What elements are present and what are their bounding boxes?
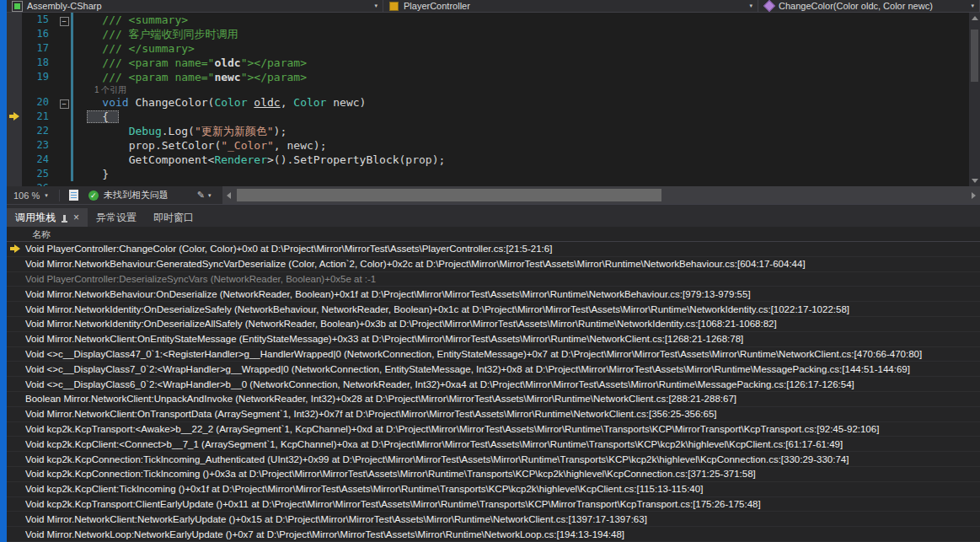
frame-text: Void Mirror.NetworkLoop:NetworkEarlyUpda… <box>25 529 980 539</box>
scroll-down-icon[interactable] <box>972 179 978 183</box>
callstack-column-header[interactable]: 名称 <box>7 227 980 242</box>
frame-text: Void kcp2k.KcpConnection:TickIncoming_Au… <box>25 454 980 464</box>
panel-tab-bar: 调用堆栈 × 异常设置 即时窗口 <box>7 205 980 227</box>
code-editor: 15− /// <summary>16 /// 客户端收到同步时调用17 ///… <box>7 13 980 186</box>
breakpoint-margin[interactable] <box>7 181 22 186</box>
document-health-icon[interactable] <box>69 190 78 201</box>
change-tracking-bar <box>71 27 73 41</box>
callstack-frame[interactable]: Void <>c__DisplayClass7_0`2:<WrapHandler… <box>7 362 980 377</box>
fold-margin <box>57 27 71 41</box>
callstack-frame[interactable]: Void kcp2k.KcpTransport:ClientEarlyUpdat… <box>7 497 980 512</box>
fold-collapse-icon[interactable]: − <box>60 17 69 26</box>
code-text[interactable]: Debug.Log("更新为新颜色"); <box>76 124 969 138</box>
member-dropdown[interactable]: ChangeColor(Color oldc, Color newc) ▾ <box>758 0 980 12</box>
callstack-frame[interactable]: Void Mirror.NetworkBehaviour:OnDeseriali… <box>7 287 980 302</box>
codelens-row: 1 个引用 <box>7 84 969 95</box>
close-icon[interactable]: × <box>73 212 79 223</box>
callstack-frame[interactable]: Void kcp2k.KcpTransport:<Awake>b__22_2 (… <box>7 422 980 437</box>
callstack-frame[interactable]: Void <>c__DisplayClass6_0`2:<WrapHandler… <box>7 377 980 392</box>
chevron-down-icon[interactable]: ▾ <box>369 3 378 9</box>
project-dropdown[interactable]: Assembly-CSharp ▾ <box>7 0 383 12</box>
code-text[interactable]: prop.SetColor("_Color", newc); <box>76 138 969 153</box>
fold-margin <box>57 70 71 84</box>
breakpoint-margin[interactable] <box>7 138 22 153</box>
scroll-up-icon[interactable] <box>972 16 978 20</box>
vertical-scroll-thumb[interactable] <box>971 30 978 82</box>
tab-immediate-window[interactable]: 即时窗口 <box>145 208 202 227</box>
callstack-frame[interactable]: Void Mirror.NetworkClient:OnTransportDat… <box>7 407 980 422</box>
editor-horizontal-scrollbar[interactable] <box>222 186 980 204</box>
callstack-frame[interactable]: Void Mirror.NetworkIdentity:OnDeserializ… <box>7 317 980 332</box>
code-token: SetPropertyBlock <box>293 153 399 166</box>
callstack-frame[interactable]: Void Mirror.NetworkBehaviour:GeneratedSy… <box>7 257 980 272</box>
document-health-indicator[interactable]: ✓ 未找到相关问题 <box>83 189 174 201</box>
breakpoint-margin[interactable] <box>7 167 22 181</box>
callstack-frame[interactable]: Void PlayerController:ChangeColor (Color… <box>7 242 980 257</box>
code-token: GetComponent <box>129 153 208 166</box>
code-text[interactable]: /// 客户端收到同步时调用 <box>76 27 969 41</box>
callstack-frame[interactable]: Void PlayerController:DeserializeSyncVar… <box>7 272 980 287</box>
callstack-frame[interactable]: Void <>c__DisplayClass47_0`1:<RegisterHa… <box>7 347 980 362</box>
code-text[interactable]: GetComponent<Renderer>().SetPropertyBloc… <box>76 153 969 167</box>
callstack-frame[interactable]: Void kcp2k.KcpConnection:TickIncoming_Au… <box>7 452 980 467</box>
scroll-right-icon[interactable] <box>972 192 976 199</box>
breakpoint-margin[interactable] <box>7 41 22 56</box>
chevron-down-icon[interactable]: ▾ <box>744 3 752 9</box>
breakpoint-margin[interactable] <box>7 95 22 110</box>
scroll-left-icon[interactable] <box>227 192 231 199</box>
callstack-frame[interactable]: Void kcp2k.KcpClient:TickIncoming ()+0x1… <box>7 482 980 497</box>
breakpoint-margin[interactable] <box>7 56 22 70</box>
breakpoint-margin[interactable] <box>7 110 22 124</box>
breakpoint-margin[interactable] <box>7 124 22 138</box>
line-number: 25 <box>22 167 57 181</box>
pin-icon[interactable] <box>63 215 66 221</box>
code-token: ) <box>360 96 367 109</box>
zoom-select[interactable]: 106 % ▾ <box>7 191 55 201</box>
callstack-frame[interactable]: Boolean Mirror.NetworkClient:UnpackAndIn… <box>7 392 980 407</box>
line-number: 18 <box>22 56 57 70</box>
change-tracking-bar <box>71 56 73 70</box>
editor-vertical-scrollbar[interactable] <box>969 13 980 186</box>
code-text[interactable]: void ChangeColor(Color oldc, Color newc) <box>76 95 969 110</box>
change-tracking-bar <box>71 124 73 138</box>
code-text[interactable]: /// </summary> <box>76 41 969 56</box>
frame-text: Void Mirror.NetworkBehaviour:OnDeseriali… <box>25 289 980 299</box>
frame-text: Void Mirror.NetworkIdentity:OnDeserializ… <box>25 304 980 314</box>
code-text[interactable]: /// <param name="newc"></param> <box>76 70 969 84</box>
fold-collapse-icon[interactable]: − <box>60 99 69 109</box>
horizontal-scroll-track[interactable] <box>235 186 967 204</box>
callstack-frame[interactable]: Void Mirror.NetworkClient:OnEntityStateM… <box>7 332 980 347</box>
codelens-references[interactable]: 1 个引用 <box>76 84 969 95</box>
code-token: "></param> <box>241 56 307 69</box>
change-tracking-bar <box>71 181 73 186</box>
tab-call-stack[interactable]: 调用堆栈 × <box>7 208 88 227</box>
callstack-frame[interactable]: Void kcp2k.KcpConnection:TickIncoming ()… <box>7 467 980 482</box>
fold-margin: − <box>57 13 71 27</box>
zoom-level-label: 106 % <box>13 191 40 201</box>
code-token: "></param> <box>241 71 307 83</box>
code-line-23: 23 prop.SetColor("_Color", newc); <box>7 138 969 153</box>
chevron-down-icon[interactable]: ▾ <box>966 3 974 9</box>
tab-exception-settings[interactable]: 异常设置 <box>88 208 145 227</box>
code-text[interactable]: { <box>76 110 969 124</box>
current-statement-arrow-icon <box>9 112 19 121</box>
line-number: 19 <box>22 70 57 84</box>
code-text[interactable]: } <box>76 167 969 181</box>
code-text[interactable]: /// <param name="oldc"></param> <box>76 56 969 70</box>
breakpoint-margin[interactable] <box>7 153 22 167</box>
horizontal-scroll-thumb[interactable] <box>237 189 661 201</box>
chevron-down-icon[interactable]: ▾ <box>208 192 212 199</box>
breakpoint-margin[interactable] <box>7 70 22 84</box>
health-status-text: 未找到相关问题 <box>104 189 169 201</box>
code-cleanup-button[interactable]: ✎ ▾ <box>197 190 212 201</box>
type-dropdown[interactable]: PlayerController ▾ <box>383 0 758 12</box>
breakpoint-margin[interactable] <box>7 84 22 95</box>
code-text[interactable]: /// <summary> <box>76 13 969 27</box>
callstack-frame[interactable]: Void kcp2k.KcpClient:<Connect>b__7_1 (Ar… <box>7 437 980 452</box>
callstack-frame[interactable]: Void Mirror.NetworkLoop:NetworkEarlyUpda… <box>7 527 980 542</box>
breakpoint-margin[interactable] <box>7 13 22 27</box>
callstack-frame[interactable]: Void Mirror.NetworkIdentity:OnDeserializ… <box>7 302 980 317</box>
callstack-frame[interactable]: Void Mirror.NetworkClient:NetworkEarlyUp… <box>7 512 980 527</box>
breakpoint-margin[interactable] <box>7 27 22 41</box>
fold-margin: − <box>57 95 71 110</box>
